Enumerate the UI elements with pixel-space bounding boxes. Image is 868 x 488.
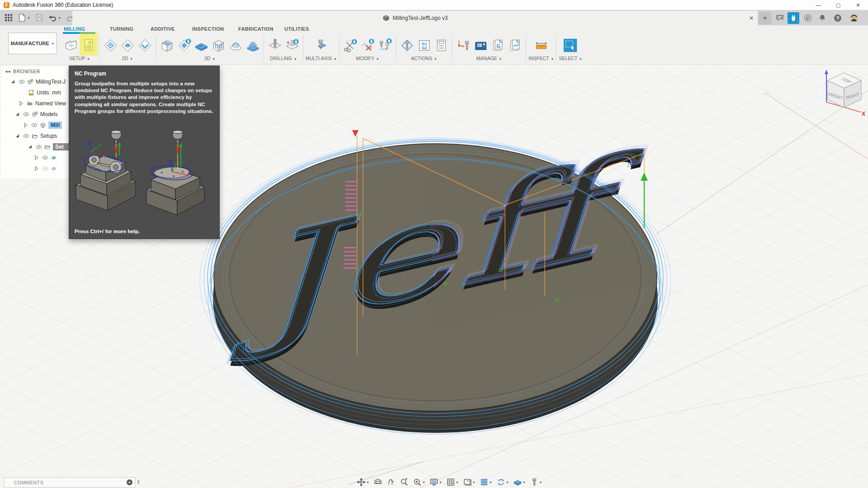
show-comments-button[interactable]: [774, 12, 786, 24]
maximize-button[interactable]: ▢: [828, 0, 848, 10]
notifications-button[interactable]: [816, 12, 828, 24]
visibility-eye-icon[interactable]: [42, 155, 48, 161]
tool-library-button[interactable]: [455, 35, 472, 55]
workspace-switcher-label: MANUFACTURE: [11, 41, 49, 46]
trim-toolpath-button[interactable]: [342, 35, 359, 55]
3d-pocket-button[interactable]: [175, 35, 193, 55]
tab-fabrication[interactable]: FABRICATION: [238, 26, 274, 32]
multi-axis-button[interactable]: [313, 35, 330, 55]
group-modify-label[interactable]: MODIFY ▼: [356, 56, 379, 61]
simulate-button[interactable]: ▼: [495, 477, 510, 488]
expanded-icon[interactable]: [14, 133, 21, 139]
document-tab[interactable]: MillingTest-JeffLogo v3: [72, 11, 758, 25]
group-actions-label[interactable]: ACTIONS ▼: [411, 56, 437, 61]
toolpath-display-button[interactable]: ▼: [478, 477, 494, 488]
machine-library-icon: [473, 38, 488, 53]
face-button[interactable]: [119, 35, 136, 55]
machine-library-button[interactable]: [472, 35, 489, 55]
tab-utilities[interactable]: UTILITIES: [284, 26, 309, 32]
undo-button[interactable]: ▼: [47, 12, 62, 23]
minimize-button[interactable]: —: [808, 0, 828, 10]
2d-pocket-button[interactable]: [102, 35, 119, 55]
group-2d-label[interactable]: 2D ▼: [122, 56, 133, 61]
save-button[interactable]: [33, 12, 45, 23]
post-process-button[interactable]: [415, 35, 433, 55]
setup-sheet-button[interactable]: [433, 35, 450, 55]
display-settings-button[interactable]: ▼: [428, 477, 443, 488]
scallop-button[interactable]: [227, 35, 244, 55]
replace-tool-button[interactable]: [376, 35, 393, 55]
tool-display-button[interactable]: ▼: [528, 477, 544, 488]
delete-passes-button[interactable]: [359, 35, 376, 55]
app-launcher-button[interactable]: [3, 12, 14, 23]
group-manage-label[interactable]: MANAGE ▼: [476, 56, 502, 61]
post-library-button[interactable]: [489, 35, 506, 55]
new-document-tab-button[interactable]: +: [759, 12, 771, 24]
select-button[interactable]: [562, 35, 579, 55]
collapsed-icon[interactable]: [18, 100, 24, 107]
adaptive-clearing-button[interactable]: [158, 35, 175, 55]
group-inspect-label[interactable]: INSPECT ▼: [528, 56, 554, 61]
close-button[interactable]: ✕: [848, 0, 868, 10]
tab-milling[interactable]: MILLING: [64, 26, 85, 32]
visibility-eye-icon[interactable]: [23, 111, 29, 117]
template-library-button[interactable]: [506, 35, 524, 55]
tab-turning[interactable]: TURNING: [110, 26, 133, 32]
grid-settings-button[interactable]: ▼: [445, 477, 460, 488]
expanded-icon[interactable]: [27, 144, 33, 150]
group-3d-label[interactable]: 3D ▼: [204, 56, 215, 61]
flat-button[interactable]: [193, 35, 210, 55]
spiral-button[interactable]: [244, 35, 261, 55]
browser-item-label: Models: [40, 111, 58, 117]
user-avatar[interactable]: [848, 12, 860, 24]
2d-contour-button[interactable]: [136, 35, 153, 55]
visibility-eye-icon[interactable]: [23, 133, 29, 139]
fit-button[interactable]: ▼: [411, 477, 427, 488]
collapsed-icon[interactable]: [33, 155, 40, 161]
collapsed-icon[interactable]: [23, 122, 29, 128]
help-button[interactable]: ?: [832, 12, 844, 24]
document-icon: [382, 14, 390, 22]
orbit-button[interactable]: ▼: [355, 477, 371, 488]
visibility-off-eye-icon[interactable]: [42, 165, 48, 172]
multi-axis-icon: [314, 38, 329, 53]
collapsed-icon[interactable]: [33, 165, 40, 172]
workspace-switcher[interactable]: MANUFACTURE▼: [8, 33, 57, 54]
document-tab-close-button[interactable]: ✕: [746, 13, 757, 23]
expanded-icon[interactable]: [14, 111, 21, 117]
visibility-eye-icon[interactable]: [36, 144, 42, 150]
steep-and-shallow-button[interactable]: [210, 35, 227, 55]
generate-button[interactable]: [398, 35, 415, 55]
group-setup-label[interactable]: SETUP ▼: [69, 56, 90, 61]
group-select-label[interactable]: SELECT ▼: [559, 56, 582, 61]
viewports-button[interactable]: ▼: [462, 477, 477, 488]
toolpath-display-icon: [480, 478, 489, 487]
select-icon: [563, 38, 578, 53]
visibility-eye-icon[interactable]: [31, 122, 38, 128]
zoom-button[interactable]: [398, 477, 410, 488]
setup-sheet-icon: [434, 38, 449, 53]
group-drilling-label[interactable]: DRILLING ▼: [270, 56, 297, 61]
add-comment-button[interactable]: +: [127, 479, 132, 485]
view-cube[interactable]: X TOP FRONT RIGHT: [819, 67, 868, 121]
pan-button[interactable]: [385, 477, 397, 488]
stock-display-button[interactable]: ▼: [512, 477, 527, 488]
look-at-button[interactable]: [372, 477, 384, 488]
extensions-button[interactable]: [788, 12, 799, 24]
new-setup-button[interactable]: [62, 35, 80, 55]
comments-bar[interactable]: COMMENTS +: [4, 477, 136, 488]
file-menu-button[interactable]: ▼: [16, 12, 32, 23]
group-multi-axis-label[interactable]: MULTI-AXIS ▼: [306, 56, 337, 61]
expanded-icon[interactable]: [10, 79, 16, 85]
drill-button[interactable]: [266, 35, 283, 55]
tab-additive[interactable]: ADDITIVE: [151, 26, 175, 32]
collapse-browser-icon[interactable]: ◄◄: [5, 70, 10, 74]
nc-program-button[interactable]: [80, 35, 97, 55]
panel-resize-grip[interactable]: ‖: [137, 479, 140, 484]
job-status-button[interactable]: [802, 12, 814, 24]
fit-icon: [413, 478, 422, 487]
bore-button[interactable]: [283, 35, 301, 55]
visibility-eye-icon[interactable]: [19, 79, 25, 85]
tab-inspection[interactable]: INSPECTION: [192, 26, 224, 32]
measure-button[interactable]: [533, 35, 550, 55]
